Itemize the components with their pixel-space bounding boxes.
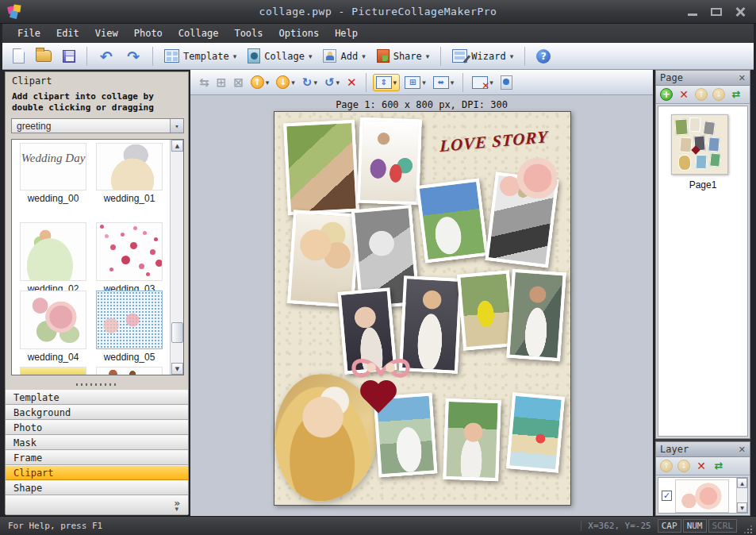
menu-tools[interactable]: Tools	[227, 25, 270, 41]
scroll-up-icon[interactable]: ▲	[171, 140, 183, 152]
accordion-overflow-bar[interactable]: » ▾	[6, 495, 188, 515]
accordion-template[interactable]: Template	[6, 390, 188, 405]
move-layer-down-icon[interactable]: ↓	[677, 460, 690, 472]
scroll-down-icon[interactable]: ▼	[171, 363, 183, 375]
wizard-label: Wizard	[471, 51, 505, 62]
add-page-icon[interactable]: +	[660, 88, 673, 101]
send-backward-button[interactable]: ↓▾	[274, 74, 297, 90]
add-button[interactable]: Add ▾	[319, 47, 369, 65]
caps-lock-indicator: CAP	[658, 519, 681, 533]
menu-view[interactable]: View	[88, 25, 125, 41]
redo-icon: ↷	[125, 49, 141, 64]
photo-wedding-couple-outdoor[interactable]	[416, 178, 488, 263]
toolbar-separator	[524, 47, 525, 66]
accordion-background[interactable]: Background	[6, 405, 188, 420]
position-icon: ⊞	[405, 76, 420, 89]
menu-photo[interactable]: Photo	[127, 25, 170, 41]
delete-layer-icon[interactable]: ✕	[695, 460, 708, 472]
photo-kissing-couple[interactable]	[283, 120, 359, 216]
share-button[interactable]: Share ▾	[373, 47, 434, 65]
move-layer-up-icon[interactable]: ↑	[660, 460, 673, 472]
canvas-area[interactable]: Page 1: 600 x 800 px, DPI: 300 LOVE STOR…	[190, 95, 653, 516]
rotate-cw-button[interactable]: ↻▾	[300, 74, 320, 91]
delete-object-button[interactable]: ✕	[344, 74, 359, 91]
photo-shopping-couple[interactable]	[357, 117, 422, 206]
close-icon[interactable]: ✕	[739, 73, 746, 83]
clipart-item-partial[interactable]	[17, 367, 90, 375]
clipart-item-wedding-04[interactable]: wedding_04	[17, 291, 90, 363]
layer-visibility-checkbox[interactable]: ✓	[662, 491, 672, 501]
accordion-clipart-active[interactable]: Clipart	[6, 465, 188, 480]
move-page-down-icon[interactable]: ↓	[712, 88, 725, 101]
menu-collage[interactable]: Collage	[171, 25, 226, 41]
add-image-button[interactable]: ⊞	[214, 74, 229, 91]
menu-edit[interactable]: Edit	[49, 25, 86, 41]
swirl-heart-clipart[interactable]	[347, 350, 414, 385]
clipart-category-select[interactable]: greeting ▾	[11, 118, 184, 133]
refresh-pages-icon[interactable]: ⇄	[730, 88, 743, 101]
close-icon[interactable]	[734, 7, 746, 17]
open-button[interactable]	[32, 48, 56, 64]
layer-item-rose[interactable]: ✓	[660, 479, 729, 513]
redo-button[interactable]: ↷	[121, 47, 145, 66]
minimize-icon[interactable]	[686, 7, 699, 17]
template-button[interactable]: Template ▾	[160, 47, 240, 65]
clipart-item-wedding-00[interactable]: Wedding Day wedding_00	[17, 143, 90, 204]
mask-button[interactable]: ⊠	[231, 74, 246, 91]
move-page-up-icon[interactable]: ↑	[695, 88, 708, 101]
wizard-button[interactable]: Wizard ▾	[448, 47, 517, 65]
layer-scrollbar[interactable]: ▲ ▼	[736, 478, 747, 513]
photo-smiling-bride[interactable]	[443, 398, 501, 481]
save-button[interactable]	[59, 48, 79, 65]
swap-photo-button[interactable]: ⇆	[197, 74, 212, 91]
clipart-item-partial[interactable]	[93, 367, 166, 375]
properties-button[interactable]	[498, 74, 515, 91]
clipart-item-label: wedding_05	[93, 352, 166, 363]
scrollbar-thumb[interactable]	[171, 322, 183, 343]
position-button[interactable]: ⊞▾	[402, 75, 428, 90]
menu-options[interactable]: Options	[272, 25, 327, 41]
menu-help[interactable]: Help	[328, 25, 365, 41]
template-grid-icon	[164, 49, 179, 63]
chevron-down-icon: ▾	[313, 79, 317, 87]
close-icon[interactable]: ✕	[739, 445, 746, 455]
combo-arrow-button[interactable]: ▾	[170, 119, 183, 133]
collage-button[interactable]: Collage ▾	[244, 46, 316, 66]
new-button[interactable]	[9, 46, 29, 66]
accordion-mask[interactable]: Mask	[6, 435, 188, 450]
rotate-ccw-button[interactable]: ↺▾	[322, 74, 342, 91]
scroll-down-icon[interactable]: ▼	[737, 502, 747, 513]
align-center-button-active[interactable]: ⇕▾	[373, 74, 401, 91]
photo-beach-family[interactable]	[506, 392, 565, 472]
chevron-down-icon: ▾	[422, 79, 426, 87]
accordion-shape[interactable]: Shape	[6, 480, 188, 495]
properties-info-icon	[501, 75, 512, 90]
clipart-item-wedding-01[interactable]: wedding_01	[93, 143, 166, 204]
photo-bride-portrait[interactable]	[506, 269, 566, 361]
resize-button[interactable]: ⬌▾	[431, 75, 457, 90]
remove-image-button[interactable]: ▾	[470, 75, 496, 90]
clipart-scrollbar[interactable]: ▲ ▼	[170, 140, 183, 375]
clipart-thumbnail	[20, 291, 86, 349]
undo-button[interactable]: ↶	[94, 47, 118, 66]
clipart-item-wedding-03[interactable]: wedding_03	[93, 222, 166, 294]
clipart-item-wedding-02[interactable]: wedding_02	[17, 222, 90, 294]
bring-forward-button[interactable]: ↑▾	[248, 74, 272, 90]
restore-icon[interactable]	[710, 7, 723, 17]
scroll-up-icon[interactable]: ▲	[737, 478, 747, 488]
collage-page[interactable]: LOVE STORY	[274, 111, 571, 506]
clipart-item-wedding-05-selected[interactable]: wedding_05	[93, 291, 166, 363]
accordion-photo[interactable]: Photo	[6, 420, 188, 435]
page1-thumbnail[interactable]	[671, 114, 728, 175]
collage-title-text[interactable]: LOVE STORY	[439, 125, 566, 156]
template-label: Template	[183, 51, 229, 62]
help-button[interactable]: ?	[532, 47, 555, 66]
right-panels: Page ✕ + ✕ ↑ ↓ ⇄ Page1 Layer ✕ ↑ ↓ ✕ ⇄	[655, 70, 750, 516]
panel-splitter-handle[interactable]	[6, 380, 188, 388]
clipart-item-label: wedding_01	[93, 193, 166, 204]
menu-file[interactable]: File	[10, 25, 48, 41]
delete-page-icon[interactable]: ✕	[677, 88, 690, 101]
resize-grip[interactable]	[742, 523, 753, 534]
refresh-layers-icon[interactable]: ⇄	[712, 460, 725, 472]
accordion-frame[interactable]: Frame	[6, 450, 188, 465]
